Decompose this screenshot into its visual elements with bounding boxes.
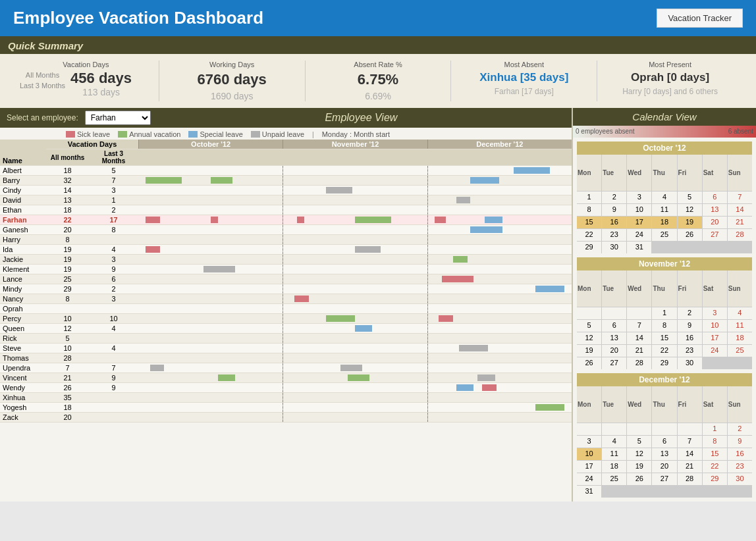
calendar-day: 23 [602, 229, 626, 241]
employee-last3: 9 [89, 383, 138, 393]
table-row: Queen124 [0, 324, 572, 334]
employee-last3: 1 [89, 195, 138, 205]
unpaid-leave-icon [251, 131, 260, 138]
calendar-day: 21 [728, 217, 752, 228]
employee-table-container: Name Vacation Days October '12 November … [0, 140, 572, 423]
month-divider [427, 215, 428, 224]
employee-last3 [89, 393, 138, 403]
calendar-day: 14 [627, 332, 651, 344]
calendar-view: Calendar View 0 employees absent 6 absen… [572, 108, 756, 502]
calendar-day: 24 [577, 473, 601, 485]
legend-sick: Sick leave [66, 130, 110, 138]
table-row: Percy1010 [0, 314, 572, 324]
employee-all-months: 12 [46, 324, 89, 334]
employee-timeline [138, 205, 572, 215]
calendar-day: 23 [728, 461, 752, 473]
present-3m-val: Harry [0 days] and 6 others [622, 87, 718, 96]
employee-all-months: 22 [46, 215, 89, 225]
employee-last3: 7 [89, 176, 138, 186]
col-header-vacation-days: Vacation Days [46, 140, 138, 149]
calendar-day: 18 [728, 332, 752, 344]
calendar-day: 29 [703, 473, 727, 485]
table-row: Harry8 [0, 235, 572, 245]
employee-timeline [138, 363, 572, 373]
calendar-day: 4 [728, 307, 752, 319]
calendar-day: 7 [678, 436, 702, 448]
october-grid: MonTueWedThuFriSatSun1234567891011121314… [577, 155, 752, 253]
timeline-segment-unpaid [456, 197, 471, 203]
employee-all-months: 8 [46, 235, 89, 245]
month-divider [283, 255, 283, 264]
calendar-day: 6 [652, 436, 676, 448]
calendar-day: 20 [602, 345, 626, 357]
summary-vacation-days: Vacation Days All Months Last 3 Months 4… [13, 61, 159, 101]
vacation-tracker-button[interactable]: Vacation Tracker [657, 9, 743, 28]
page-header: Employee Vacation Dashboard Vacation Tra… [0, 0, 756, 36]
employee-select[interactable]: Farhan Albert Barry [85, 111, 151, 125]
employee-all-months [46, 304, 89, 314]
month-divider [283, 274, 283, 284]
month-divider [283, 284, 283, 294]
col-sub-timeline [138, 149, 572, 166]
legend-unpaid-label: Unpaid leave [262, 130, 304, 138]
employee-name: David [0, 195, 46, 205]
employee-view-title: Employee View [157, 112, 565, 124]
calendar-day: 9 [728, 436, 752, 448]
calendar-day: 20 [703, 217, 727, 228]
col-header-timeline: October '12 November '12 December '12 [138, 140, 572, 149]
employee-name: Rick [0, 334, 46, 344]
employee-name: Lance [0, 274, 46, 284]
employee-last3: 9 [89, 373, 138, 383]
employee-timeline [138, 403, 572, 413]
calendar-day: 10 [627, 204, 651, 216]
timeline-segment-annual [348, 374, 369, 381]
employee-last3: 2 [89, 205, 138, 215]
present-all-val: Oprah [0 days] [631, 71, 709, 84]
employee-timeline [138, 393, 572, 403]
month-divider [427, 245, 428, 254]
calendar-day: 5 [627, 436, 651, 448]
calendar-day: 28 [627, 357, 651, 369]
employee-timeline [138, 166, 572, 176]
table-row: Upendra77 [0, 363, 572, 373]
calendar-day: 26 [627, 473, 651, 485]
employee-timeline [138, 225, 572, 235]
employee-timeline [138, 215, 572, 225]
month-divider [283, 195, 283, 205]
employee-last3 [89, 353, 138, 363]
working-3m-val: 1690 days [211, 91, 254, 101]
calendar-day-header: Sat [703, 155, 727, 191]
calendar-empty-cell [627, 307, 651, 319]
calendar-day-header: Tue [602, 386, 626, 423]
employee-all-months: 26 [46, 383, 89, 393]
calendar-day: 11 [602, 448, 626, 460]
employee-name: Albert [0, 166, 46, 176]
sick-leave-icon [66, 131, 75, 138]
month-nov: November '12 [283, 140, 427, 149]
employee-timeline [138, 373, 572, 383]
employee-name: Ganesh [0, 225, 46, 235]
month-divider [427, 235, 428, 244]
timeline-segment-sick [439, 315, 453, 322]
calendar-empty-cell [577, 307, 601, 319]
calendar-day: 28 [678, 473, 702, 485]
table-row: Mindy292 [0, 284, 572, 294]
calendar-day: 27 [602, 357, 626, 369]
calendar-day: 19 [678, 217, 702, 228]
employee-timeline [138, 324, 572, 334]
employee-timeline [138, 284, 572, 294]
calendar-day: 31 [577, 486, 601, 498]
employee-name: Mindy [0, 284, 46, 294]
calendar-day: 4 [652, 192, 676, 203]
vacation-all-val: 456 days [70, 71, 132, 86]
calendar-day-header: Sun [728, 386, 752, 423]
employee-name: Barry [0, 176, 46, 186]
employee-timeline [138, 344, 572, 353]
month-divider [427, 334, 428, 343]
table-row: David131 [0, 195, 572, 205]
employee-name: Queen [0, 324, 46, 334]
calendar-december: December '12 MonTueWedThuFriSatSun123456… [577, 373, 752, 498]
month-divider [427, 205, 428, 215]
main-area: Select an employee: Farhan Albert Barry … [0, 108, 756, 502]
employee-timeline [138, 195, 572, 205]
